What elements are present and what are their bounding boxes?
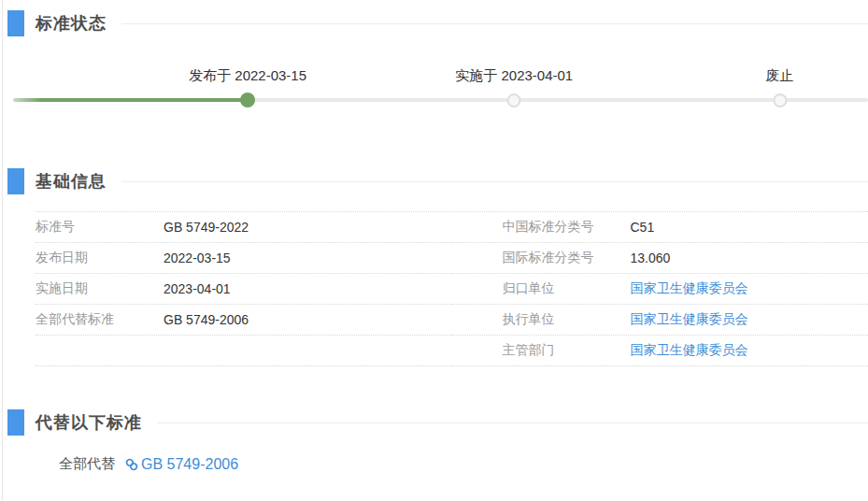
row-label: 归口单位 — [503, 280, 631, 297]
timeline-label-published: 发布于 2022-03-15 — [189, 67, 306, 85]
accent-bar — [7, 10, 24, 36]
row-label: 实施日期 — [36, 280, 164, 297]
section-title-replaces: 代替以下标准 — [36, 411, 142, 434]
chain-link-icon — [124, 457, 139, 472]
replaced-standard-link[interactable]: GB 5749-2006 — [141, 456, 238, 473]
replaces-section-header: 代替以下标准 — [7, 409, 868, 436]
implement-date-value: 2023-04-01 — [164, 281, 231, 296]
status-timeline: 发布于 2022-03-15 实施于 2023-04-01 废止 — [11, 67, 868, 116]
row-label: 执行单位 — [503, 311, 631, 328]
competent-department-link[interactable]: 国家卫生健康委员会 — [631, 342, 748, 359]
table-row: 国际标准分类号 13.060 — [452, 243, 868, 274]
timeline-label-implemented: 实施于 2023-04-01 — [455, 67, 573, 85]
ccs-code-value: C51 — [631, 220, 655, 235]
row-label: 全部代替标准 — [36, 311, 164, 328]
accent-bar — [7, 168, 24, 194]
basic-section-header: 基础信息 — [7, 168, 868, 194]
table-row: 发布日期 2022-03-15 — [36, 243, 452, 274]
standard-detail-page: 标准状态 发布于 2022-03-15 实施于 2023-04-01 废止 基础… — [2, 0, 868, 501]
timeline-label-abolished: 废止 — [766, 67, 794, 85]
row-label: 标准号 — [36, 219, 164, 236]
basic-info-table: 标准号 GB 5749-2022 发布日期 2022-03-15 实施日期 20… — [36, 211, 868, 366]
table-row: 实施日期 2023-04-01 — [36, 274, 452, 305]
table-row: 中国标准分类号 C51 — [452, 212, 868, 243]
timeline-progress — [13, 98, 249, 102]
timeline-stop-abolished: 废止 — [766, 67, 794, 85]
standard-number-value: GB 5749-2022 — [164, 220, 249, 235]
section-basic-info: 基础信息 标准号 GB 5749-2022 发布日期 2022-03-15 实施… — [7, 168, 868, 366]
row-label: 主管部门 — [503, 342, 631, 359]
section-title-basic: 基础信息 — [36, 170, 107, 193]
table-row-empty — [36, 336, 452, 366]
table-row: 全部代替标准 GB 5749-2006 — [36, 305, 452, 336]
centralized-unit-link[interactable]: 国家卫生健康委员会 — [631, 280, 748, 297]
replace-row: 全部代替 GB 5749-2006 — [59, 455, 868, 473]
ics-code-value: 13.060 — [631, 250, 671, 265]
table-row: 执行单位 国家卫生健康委员会 — [452, 305, 868, 336]
accent-bar — [7, 409, 24, 436]
header-rule — [157, 422, 868, 423]
row-label: 发布日期 — [36, 250, 164, 266]
executing-unit-link[interactable]: 国家卫生健康委员会 — [631, 311, 748, 328]
timeline-stop-implemented: 实施于 2023-04-01 — [455, 67, 573, 85]
section-replaces: 代替以下标准 全部代替 GB 5749-2006 — [7, 409, 868, 473]
timeline-dot-abolished — [773, 93, 787, 107]
basic-info-right-column: 中国标准分类号 C51 国际标准分类号 13.060 归口单位 国家卫生健康委员… — [452, 212, 868, 366]
table-row: 主管部门 国家卫生健康委员会 — [452, 336, 868, 366]
publish-date-value: 2022-03-15 — [164, 250, 231, 265]
basic-info-left-column: 标准号 GB 5749-2022 发布日期 2022-03-15 实施日期 20… — [36, 212, 452, 366]
header-rule — [121, 23, 868, 24]
replace-relation-label: 全部代替 — [59, 455, 115, 473]
table-row: 标准号 GB 5749-2022 — [36, 212, 452, 243]
section-title-status: 标准状态 — [36, 12, 107, 35]
section-standard-status: 标准状态 发布于 2022-03-15 实施于 2023-04-01 废止 — [7, 10, 868, 116]
header-rule — [121, 181, 868, 182]
timeline-stop-published: 发布于 2022-03-15 — [189, 67, 306, 85]
timeline-dot-published-active — [240, 93, 255, 107]
table-row: 归口单位 国家卫生健康委员会 — [452, 274, 868, 305]
status-section-header: 标准状态 — [7, 10, 868, 36]
row-label: 国际标准分类号 — [503, 250, 631, 266]
timeline-dot-implemented — [507, 93, 521, 107]
replaced-standard-value: GB 5749-2006 — [164, 312, 249, 327]
row-label: 中国标准分类号 — [503, 219, 631, 236]
